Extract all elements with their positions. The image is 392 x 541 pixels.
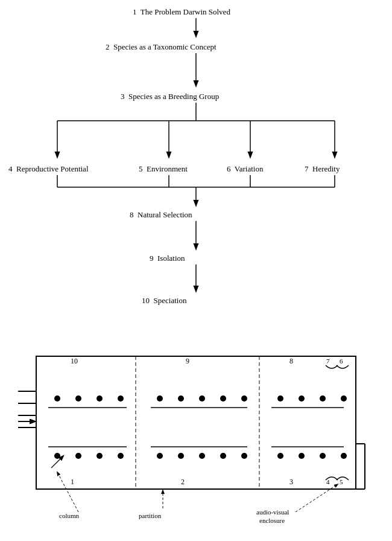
node-7-label: 7 Heredity [305, 164, 340, 174]
node-1-label: 1 The Problem Darwin Solved [133, 7, 230, 17]
svg-text:6: 6 [340, 357, 343, 365]
node-2-label: 2 Species as a Taxonomic Concept [106, 42, 217, 52]
svg-text:3: 3 [289, 478, 293, 486]
svg-point-39 [157, 395, 163, 402]
svg-point-52 [157, 453, 163, 459]
svg-point-38 [118, 395, 124, 402]
svg-line-64 [57, 472, 78, 512]
svg-text:7: 7 [326, 357, 330, 365]
svg-text:4: 4 [326, 478, 330, 485]
svg-point-56 [241, 453, 247, 459]
node-5-label: 5 Environment [139, 164, 188, 174]
svg-point-45 [299, 395, 305, 402]
node-9-label: 9 Isolation [150, 254, 185, 263]
floor-plan: 10 9 8 7 6 1 2 3 4 5 exit enter column p… [18, 350, 374, 525]
svg-point-53 [178, 453, 184, 459]
svg-point-42 [220, 395, 226, 402]
svg-point-47 [341, 395, 347, 402]
node-4-label: 4 Reproductive Potential [8, 164, 89, 174]
svg-point-55 [220, 453, 226, 459]
node-10-label: 10 Speciation [142, 296, 186, 306]
node-3-label: 3 Species as a Breeding Group [121, 92, 219, 101]
svg-text:audio-visual: audio-visual [256, 508, 289, 516]
svg-line-66 [296, 484, 338, 512]
top-diagram: 1 The Problem Darwin Solved 2 Species as… [0, 0, 392, 338]
svg-point-44 [277, 395, 283, 402]
svg-point-60 [341, 453, 347, 459]
node-8-label: 8 Natural Selection [130, 210, 192, 220]
svg-point-51 [118, 453, 124, 459]
svg-point-48 [54, 453, 60, 459]
svg-text:partition: partition [139, 512, 162, 519]
svg-point-50 [96, 453, 103, 459]
svg-rect-16 [36, 356, 356, 489]
svg-point-59 [320, 453, 326, 459]
svg-point-54 [199, 453, 205, 459]
node-6-label: 6 Variation [227, 164, 263, 174]
svg-text:9: 9 [186, 357, 189, 365]
svg-text:8: 8 [289, 357, 293, 365]
svg-point-37 [96, 395, 103, 402]
svg-text:5: 5 [340, 478, 343, 485]
svg-point-36 [75, 395, 81, 402]
svg-point-43 [241, 395, 247, 402]
svg-text:10: 10 [71, 357, 78, 365]
svg-point-35 [54, 395, 60, 402]
svg-text:enclosure: enclosure [259, 517, 285, 524]
svg-point-46 [320, 395, 326, 402]
svg-point-57 [277, 453, 283, 459]
svg-point-40 [178, 395, 184, 402]
svg-text:2: 2 [181, 478, 185, 486]
svg-point-49 [75, 453, 81, 459]
svg-point-58 [299, 453, 305, 459]
svg-text:1: 1 [71, 478, 74, 486]
svg-point-41 [199, 395, 205, 402]
svg-text:column: column [59, 512, 79, 519]
